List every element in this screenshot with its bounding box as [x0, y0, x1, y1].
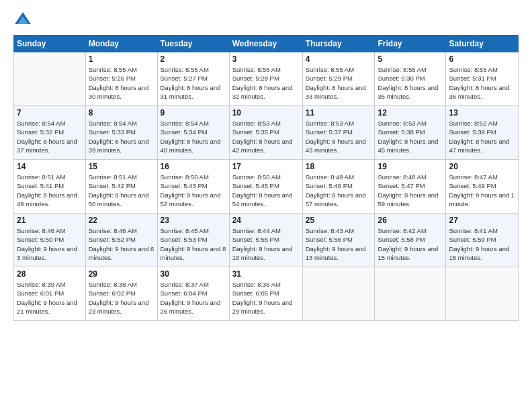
day-number: 23 [161, 216, 226, 225]
day-info: Sunrise: 8:37 AMSunset: 6:04 PMDaylight:… [161, 280, 226, 316]
calendar-cell: 6Sunrise: 8:55 AMSunset: 5:31 PMDaylight… [446, 52, 519, 106]
day-number: 3 [232, 54, 300, 64]
day-info: Sunrise: 8:46 AMSunset: 5:52 PMDaylight:… [89, 226, 154, 262]
day-number: 27 [449, 216, 515, 225]
day-info: Sunrise: 8:55 AMSunset: 5:28 PMDaylight:… [232, 65, 300, 101]
day-number: 24 [232, 216, 300, 225]
calendar-cell: 27Sunrise: 8:41 AMSunset: 5:59 PMDayligh… [446, 214, 519, 267]
day-info: Sunrise: 8:45 AMSunset: 5:53 PMDaylight:… [161, 226, 226, 262]
calendar-cell: 26Sunrise: 8:42 AMSunset: 5:58 PMDayligh… [375, 214, 446, 267]
header-sunday: Sunday [14, 36, 86, 52]
day-info: Sunrise: 8:48 AMSunset: 5:47 PMDaylight:… [378, 173, 443, 208]
calendar-table: SundayMondayTuesdayWednesdayThursdayFrid… [13, 35, 519, 321]
week-row-3: 14Sunrise: 8:51 AMSunset: 5:41 PMDayligh… [14, 160, 519, 214]
header-tuesday: Tuesday [157, 36, 229, 52]
header-thursday: Thursday [302, 36, 375, 52]
day-number: 8 [89, 108, 154, 118]
day-number: 5 [378, 54, 443, 64]
calendar-cell: 11Sunrise: 8:53 AMSunset: 5:37 PMDayligh… [302, 106, 375, 160]
calendar-cell: 19Sunrise: 8:48 AMSunset: 5:47 PMDayligh… [375, 160, 446, 214]
day-info: Sunrise: 8:53 AMSunset: 5:37 PMDaylight:… [306, 119, 372, 154]
day-number: 7 [17, 108, 83, 118]
day-info: Sunrise: 8:39 AMSunset: 6:01 PMDaylight:… [17, 280, 83, 316]
day-info: Sunrise: 8:52 AMSunset: 5:39 PMDaylight:… [449, 119, 515, 154]
day-number: 9 [161, 108, 226, 118]
day-number: 13 [449, 108, 515, 118]
calendar-cell [14, 52, 86, 106]
header-wednesday: Wednesday [229, 36, 302, 52]
day-info: Sunrise: 8:55 AMSunset: 5:31 PMDaylight:… [449, 65, 515, 101]
day-number: 16 [161, 162, 226, 171]
day-number: 29 [89, 269, 154, 279]
calendar-cell: 20Sunrise: 8:47 AMSunset: 5:49 PMDayligh… [446, 160, 519, 214]
day-number: 19 [378, 162, 443, 171]
calendar-cell: 5Sunrise: 8:55 AMSunset: 5:30 PMDaylight… [375, 52, 446, 106]
day-info: Sunrise: 8:53 AMSunset: 5:38 PMDaylight:… [378, 119, 443, 154]
calendar-cell: 28Sunrise: 8:39 AMSunset: 6:01 PMDayligh… [14, 267, 86, 321]
calendar-cell [446, 267, 519, 321]
day-info: Sunrise: 8:36 AMSunset: 6:05 PMDaylight:… [232, 280, 300, 316]
day-info: Sunrise: 8:51 AMSunset: 5:42 PMDaylight:… [89, 173, 154, 208]
day-number: 4 [306, 54, 372, 64]
logo [13, 11, 35, 30]
day-number: 14 [17, 162, 83, 171]
day-number: 31 [232, 269, 300, 279]
day-info: Sunrise: 8:55 AMSunset: 5:26 PMDaylight:… [89, 65, 154, 101]
calendar-cell: 10Sunrise: 8:53 AMSunset: 5:35 PMDayligh… [229, 106, 302, 160]
day-number: 17 [232, 162, 300, 171]
day-info: Sunrise: 8:38 AMSunset: 6:02 PMDaylight:… [89, 280, 154, 316]
day-number: 25 [306, 216, 372, 225]
calendar-cell: 30Sunrise: 8:37 AMSunset: 6:04 PMDayligh… [157, 267, 229, 321]
week-row-5: 28Sunrise: 8:39 AMSunset: 6:01 PMDayligh… [14, 267, 519, 321]
day-number: 20 [449, 162, 515, 171]
calendar-cell: 22Sunrise: 8:46 AMSunset: 5:52 PMDayligh… [85, 214, 157, 267]
header-friday: Friday [375, 36, 446, 52]
day-number: 10 [232, 108, 300, 118]
header-monday: Monday [85, 36, 157, 52]
calendar-cell: 14Sunrise: 8:51 AMSunset: 5:41 PMDayligh… [14, 160, 86, 214]
day-number: 11 [306, 108, 372, 118]
calendar-cell: 9Sunrise: 8:54 AMSunset: 5:34 PMDaylight… [157, 106, 229, 160]
day-number: 28 [17, 269, 83, 279]
logo-icon [13, 11, 32, 30]
page: SundayMondayTuesdayWednesdayThursdayFrid… [0, 0, 532, 411]
day-info: Sunrise: 8:46 AMSunset: 5:50 PMDaylight:… [17, 226, 83, 262]
calendar-cell: 31Sunrise: 8:36 AMSunset: 6:05 PMDayligh… [229, 267, 302, 321]
day-info: Sunrise: 8:47 AMSunset: 5:49 PMDaylight:… [449, 173, 515, 208]
calendar-header-row: SundayMondayTuesdayWednesdayThursdayFrid… [14, 36, 519, 52]
calendar-cell: 18Sunrise: 8:49 AMSunset: 5:46 PMDayligh… [302, 160, 375, 214]
calendar-cell: 21Sunrise: 8:46 AMSunset: 5:50 PMDayligh… [14, 214, 86, 267]
calendar-cell: 8Sunrise: 8:54 AMSunset: 5:33 PMDaylight… [85, 106, 157, 160]
day-info: Sunrise: 8:55 AMSunset: 5:30 PMDaylight:… [378, 65, 443, 101]
calendar-cell: 23Sunrise: 8:45 AMSunset: 5:53 PMDayligh… [157, 214, 229, 267]
day-number: 6 [449, 54, 515, 64]
day-info: Sunrise: 8:54 AMSunset: 5:33 PMDaylight:… [89, 119, 154, 154]
day-info: Sunrise: 8:44 AMSunset: 5:55 PMDaylight:… [232, 226, 300, 262]
calendar-cell: 3Sunrise: 8:55 AMSunset: 5:28 PMDaylight… [229, 52, 302, 106]
calendar-cell: 24Sunrise: 8:44 AMSunset: 5:55 PMDayligh… [229, 214, 302, 267]
day-number: 12 [378, 108, 443, 118]
day-info: Sunrise: 8:50 AMSunset: 5:43 PMDaylight:… [161, 173, 226, 208]
day-number: 18 [306, 162, 372, 171]
week-row-2: 7Sunrise: 8:54 AMSunset: 5:32 PMDaylight… [14, 106, 519, 160]
calendar-cell: 2Sunrise: 8:55 AMSunset: 5:27 PMDaylight… [157, 52, 229, 106]
header-saturday: Saturday [446, 36, 519, 52]
day-number: 2 [161, 54, 226, 64]
day-number: 22 [89, 216, 154, 225]
day-number: 26 [378, 216, 443, 225]
day-info: Sunrise: 8:41 AMSunset: 5:59 PMDaylight:… [449, 226, 515, 262]
day-info: Sunrise: 8:54 AMSunset: 5:34 PMDaylight:… [161, 119, 226, 154]
calendar-cell: 16Sunrise: 8:50 AMSunset: 5:43 PMDayligh… [157, 160, 229, 214]
calendar-cell: 29Sunrise: 8:38 AMSunset: 6:02 PMDayligh… [85, 267, 157, 321]
week-row-1: 1Sunrise: 8:55 AMSunset: 5:26 PMDaylight… [14, 52, 519, 106]
week-row-4: 21Sunrise: 8:46 AMSunset: 5:50 PMDayligh… [14, 214, 519, 267]
day-info: Sunrise: 8:54 AMSunset: 5:32 PMDaylight:… [17, 119, 83, 154]
day-number: 1 [89, 54, 154, 64]
day-info: Sunrise: 8:51 AMSunset: 5:41 PMDaylight:… [17, 173, 83, 208]
calendar-cell: 17Sunrise: 8:50 AMSunset: 5:45 PMDayligh… [229, 160, 302, 214]
day-info: Sunrise: 8:53 AMSunset: 5:35 PMDaylight:… [232, 119, 300, 154]
day-info: Sunrise: 8:50 AMSunset: 5:45 PMDaylight:… [232, 173, 300, 208]
calendar-cell: 12Sunrise: 8:53 AMSunset: 5:38 PMDayligh… [375, 106, 446, 160]
calendar-cell: 7Sunrise: 8:54 AMSunset: 5:32 PMDaylight… [14, 106, 86, 160]
day-number: 21 [17, 216, 83, 225]
